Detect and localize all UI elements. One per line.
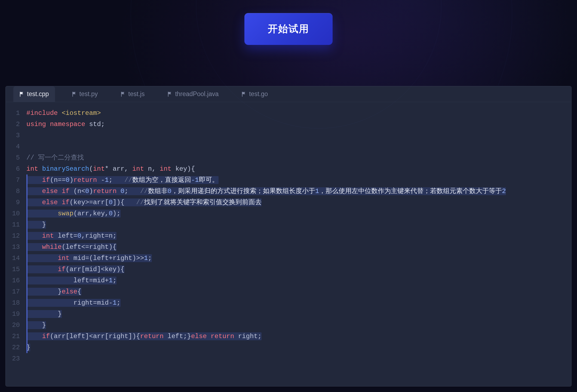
code-area[interactable]: 1234567891011121314151617181920212223 #i… bbox=[6, 102, 571, 386]
code-line: swap(arr,key,0); bbox=[26, 208, 571, 219]
line-number: 23 bbox=[6, 353, 20, 364]
editor-tab[interactable]: threadPool.java bbox=[161, 86, 225, 102]
line-number: 9 bbox=[6, 197, 20, 208]
code-line: while(left<=right){ bbox=[26, 241, 571, 253]
flag-icon bbox=[241, 92, 246, 97]
flag-icon bbox=[121, 92, 125, 97]
line-number: 16 bbox=[6, 275, 20, 286]
code-line: right=mid-1; bbox=[26, 297, 571, 308]
line-number: 6 bbox=[6, 163, 20, 174]
editor-tab[interactable]: test.js bbox=[115, 86, 151, 102]
code-line: else if (n<0)return 0; //数组非0，则采用递归的方式进行… bbox=[26, 186, 571, 197]
line-number: 19 bbox=[6, 308, 20, 320]
line-number: 22 bbox=[6, 342, 20, 353]
editor-tab[interactable]: test.go bbox=[235, 86, 274, 102]
flag-icon bbox=[167, 92, 172, 97]
code-line: #include <iostream> bbox=[26, 108, 571, 119]
code-line: int left=0,right=n; bbox=[26, 230, 571, 241]
line-number: 10 bbox=[6, 208, 20, 219]
tab-label: test.go bbox=[249, 90, 268, 98]
code-line: if(arr[left]<arr[right]){return left;}el… bbox=[26, 331, 571, 342]
code-line: } bbox=[26, 342, 571, 353]
line-number: 3 bbox=[6, 130, 20, 141]
code-line: } bbox=[26, 219, 571, 230]
line-number: 15 bbox=[6, 264, 20, 275]
line-number: 8 bbox=[6, 186, 20, 197]
code-line: left=mid+1; bbox=[26, 275, 571, 286]
tab-label: test.py bbox=[79, 90, 98, 98]
line-number: 4 bbox=[6, 141, 20, 152]
line-number: 5 bbox=[6, 152, 20, 163]
code-content[interactable]: #include <iostream>using namespace std;/… bbox=[24, 108, 571, 386]
code-editor: test.cpptest.pytest.jsthreadPool.javates… bbox=[5, 86, 572, 387]
tab-label: test.cpp bbox=[27, 90, 49, 98]
line-number: 7 bbox=[6, 174, 20, 186]
code-line: // 写一个二分查找 bbox=[26, 152, 571, 163]
code-line: using namespace std; bbox=[26, 119, 571, 130]
flag-icon bbox=[72, 92, 76, 97]
tab-label: test.js bbox=[128, 90, 145, 98]
code-line: }else{ bbox=[26, 286, 571, 297]
flag-icon bbox=[19, 92, 24, 97]
code-line: int mid=(left+right)>>1; bbox=[26, 253, 571, 264]
line-number: 17 bbox=[6, 286, 20, 297]
code-line: if(n==0)return -1; //数组为空，直接返回-1即可。 bbox=[26, 174, 571, 186]
code-line: int binarySearch(int* arr, int n, int ke… bbox=[26, 163, 571, 174]
editor-tab[interactable]: test.cpp bbox=[13, 86, 55, 102]
code-line: } bbox=[26, 320, 571, 331]
line-number: 12 bbox=[6, 230, 20, 241]
tab-label: threadPool.java bbox=[175, 90, 219, 98]
start-trial-button[interactable]: 开始试用 bbox=[244, 13, 333, 45]
line-number: 13 bbox=[6, 241, 20, 253]
editor-tab[interactable]: test.py bbox=[66, 86, 104, 102]
line-number-gutter: 1234567891011121314151617181920212223 bbox=[6, 108, 24, 386]
line-number: 14 bbox=[6, 253, 20, 264]
line-number: 21 bbox=[6, 331, 20, 342]
code-line: } bbox=[26, 308, 571, 320]
line-number: 11 bbox=[6, 219, 20, 230]
code-line bbox=[26, 353, 571, 364]
code-line: else if(key>=arr[0]){ //找到了就将关键字和索引值交换到前… bbox=[26, 197, 571, 208]
code-line bbox=[26, 141, 571, 152]
line-number: 18 bbox=[6, 297, 20, 308]
line-number: 20 bbox=[6, 320, 20, 331]
editor-tab-bar: test.cpptest.pytest.jsthreadPool.javates… bbox=[6, 86, 571, 102]
line-number: 1 bbox=[6, 108, 20, 119]
line-number: 2 bbox=[6, 119, 20, 130]
code-line: if(arr[mid]<key){ bbox=[26, 264, 571, 275]
code-line bbox=[26, 130, 571, 141]
